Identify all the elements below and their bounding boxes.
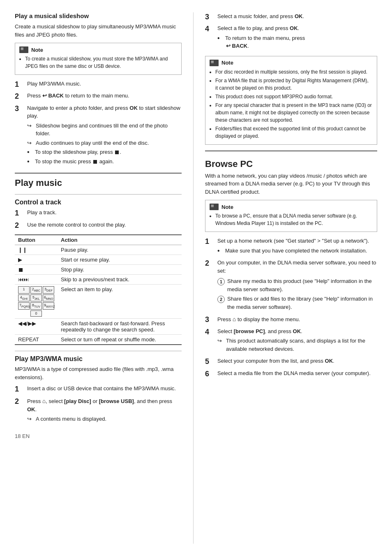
subbullet-2-text: Audio continues to play until the end of… (36, 139, 149, 147)
table-row: ▶ Start or resume play. (15, 255, 182, 265)
action-repeat: Select or turn off repeat or shuffle mod… (58, 335, 182, 345)
right-step-3-text: Select a music folder, and press OK. (217, 12, 304, 21)
browse-pc-step-3-text: Press ⌂ to display the home menu. (217, 315, 300, 324)
stop-icon (19, 268, 23, 272)
control-step-1-text: Play a track. (27, 208, 57, 217)
browse-pc-subitem-1-text: Share my media to this product (see "Hel… (227, 277, 377, 293)
dot-bullet: • (27, 148, 34, 156)
subbullet-2: ↪ Audio continues to play until the end … (27, 139, 182, 147)
mp3-step-1-text: Insert a disc or USB device that contain… (27, 385, 176, 393)
dot-bullet: • (217, 247, 224, 255)
right-subbullet-1-text: To return to the main menu, press ↩ BACK… (225, 34, 305, 50)
browse-pc-section: Browse PC With a home network, you can p… (205, 159, 377, 379)
mp3-subbullet-1-text: A contents menu is displayed. (36, 415, 106, 423)
stop-icon (115, 151, 119, 154)
right-note-list: For disc recorded in multiple sessions, … (215, 68, 372, 140)
numpad-0: 0 (30, 310, 42, 317)
numpad-1: 1 (18, 286, 30, 294)
play-icon: ▶ (18, 257, 22, 263)
page-footer: 18 EN (15, 433, 182, 439)
numpad-8: 8TUV (30, 302, 42, 310)
musical-slideshow-title: Play a musical slideshow (15, 12, 182, 19)
step-1: 1 Play MP3/WMA music. (15, 80, 182, 89)
footer-text: 18 EN (15, 433, 30, 439)
action-skip: Skip to a previous/next track. (58, 275, 182, 285)
note-label: Note (221, 60, 233, 66)
note-header: Note (210, 204, 372, 210)
browse-pc-subitem-2: 2 Share files or add files to the librar… (217, 295, 377, 311)
browse-pc-step-4-subbullets: ↪ This product automatically scans, and … (217, 337, 377, 353)
button-ff: ◀◀/▶▶ (15, 319, 58, 335)
step-1-text: Play MP3/WMA music. (27, 80, 81, 88)
subbullet-1-text: Slideshow begins and continues till the … (36, 122, 182, 138)
subbullet-3: • To stop the slideshow play, press . (27, 148, 182, 156)
action-play: Start or resume play. (58, 255, 182, 265)
subbullet-4-text: To stop the music press again. (35, 158, 114, 166)
control-track-title: Control a track (15, 199, 182, 206)
button-play: ▶ (15, 255, 58, 265)
note-item-5: Folders/files that exceed the supported … (215, 125, 372, 140)
skip-icon: ⏮⏭ (18, 276, 29, 283)
back-symbol: ↩ BACK (42, 93, 64, 99)
right-step-4-subbullets: • To return to the main menu, press ↩ BA… (217, 34, 305, 50)
arrow-icon: ↪ (27, 139, 35, 147)
browse-pc-step-2-subitems: 1 Share my media to this product (see "H… (217, 277, 377, 311)
dot-bullet: • (217, 34, 224, 42)
action-stop: Stop play. (58, 265, 182, 275)
browse-pc-subbullet-1-text: Make sure that you have completed the ne… (225, 247, 367, 255)
browse-pc-title: Browse PC (205, 159, 377, 169)
back-symbol: ↩ BACK (226, 43, 247, 49)
arrow-icon: ↪ (217, 337, 225, 345)
right-step-4: 4 Select a file to play, and press OK. •… (205, 24, 377, 52)
subbullet-4: • To stop the music press again. (27, 158, 182, 166)
action-ff: Search fast-backward or fast-forward. Pr… (58, 319, 182, 335)
mp3-step-2: 2 Press ⌂, select [play Disc] or [browse… (15, 397, 182, 425)
note-item-1: For disc recorded in multiple sessions, … (215, 68, 372, 76)
subbullet-3-text: To stop the slideshow play, press . (35, 148, 121, 156)
control-track-steps: 1 Play a track. 2 Use the remote control… (15, 208, 182, 230)
home-icon: ⌂ (42, 398, 46, 404)
browse-pc-step-3: 3 Press ⌂ to display the home menu. (205, 315, 377, 324)
numpad-3: 3DEF (43, 286, 54, 294)
numpad: 1 2ABC 3DEF 4GHI 5JKL 6MNO 7PQRS 8TUV 9W… (18, 286, 54, 317)
action-numpad: Select an item to play. (58, 285, 182, 319)
musical-slideshow-body: Create a musical slideshow to play simul… (15, 23, 182, 39)
button-repeat: REPEAT (15, 335, 58, 345)
button-skip: ⏮⏭ (15, 275, 58, 285)
musical-slideshow-note-list: To create a musical slideshow, you must … (25, 55, 176, 70)
browse-pc-subitem-1: 1 Share my media to this product (see "H… (217, 277, 377, 293)
continued-steps: 3 Select a music folder, and press OK. 4… (205, 12, 377, 52)
page: Play a musical slideshow Create a musica… (0, 0, 392, 556)
control-step-2: 2 Use the remote control to control the … (15, 221, 182, 230)
mp3-step-1: 1 Insert a disc or USB device that conta… (15, 385, 182, 394)
note-icon (210, 60, 219, 66)
numpad-2: 2ABC (30, 286, 42, 294)
mp3-step-2-text: Press ⌂, select [play Disc] or [browse U… (27, 397, 182, 425)
table-header-action: Action (58, 235, 182, 245)
rewind-ff-icon: ◀◀/▶▶ (18, 320, 36, 327)
control-table: Button Action ❙❙ Pause play. ▶ Start or … (15, 234, 182, 345)
browse-pc-step-6: 6 Select a media file from the DLNA medi… (205, 369, 377, 379)
note-header: Note (210, 60, 372, 66)
right-column: 3 Select a music folder, and press OK. 4… (193, 12, 392, 544)
browse-pc-steps: 1 Set up a home network (see "Get starte… (205, 237, 377, 379)
browse-pc-subbullet-4: ↪ This product automatically scans, and … (217, 337, 377, 353)
browse-pc-body: With a home network, you can play videos… (205, 172, 377, 196)
numpad-4: 4GHI (18, 294, 30, 302)
table-row: ◀◀/▶▶ Search fast-backward or fast-forwa… (15, 319, 182, 335)
musical-slideshow-steps: 1 Play MP3/WMA music. 2 Press ↩ BACK to … (15, 80, 182, 167)
step-2: 2 Press ↩ BACK to return to the main men… (15, 92, 182, 101)
right-note-box: Note For disc recorded in multiple sessi… (205, 56, 377, 145)
table-row: ⏮⏭ Skip to a previous/next track. (15, 275, 182, 285)
browse-pc-step-4-text: Select [browse PC], and press OK. ↪ This… (217, 327, 377, 355)
table-row: ❙❙ Pause play. (15, 245, 182, 255)
step-3-subbullets: ↪ Slideshow begins and continues till th… (27, 122, 182, 166)
browse-pc-subbullet-4-text: This product automatically scans, and di… (226, 337, 377, 353)
pause-icon: ❙❙ (18, 247, 27, 253)
table-header-button: Button (15, 235, 58, 245)
home-icon: ⌂ (233, 316, 236, 322)
right-step-4-text: Select a file to play, and press OK. • T… (217, 24, 305, 52)
right-subbullet-1: • To return to the main menu, press ↩ BA… (217, 34, 305, 50)
arrow-icon: ↪ (27, 415, 35, 423)
play-music-title: Play music (15, 178, 182, 188)
